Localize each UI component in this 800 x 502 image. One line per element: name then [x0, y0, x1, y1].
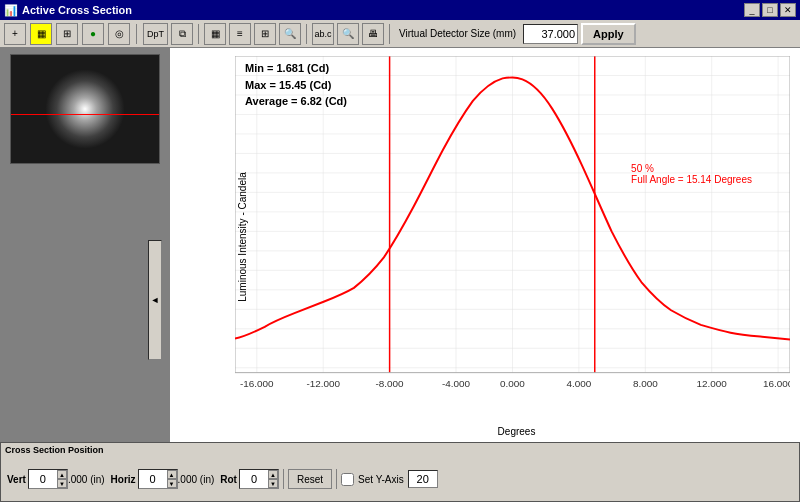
title-bar-controls[interactable]: _ □ ✕	[744, 3, 796, 17]
horiz-unit: .000 (in)	[178, 474, 215, 485]
rot-down-arrow[interactable]: ▼	[268, 479, 278, 488]
vert-value-input[interactable]	[29, 473, 57, 485]
svg-text:12.000: 12.000	[697, 378, 728, 389]
set-y-axis-area[interactable]: Set Y-Axis	[341, 470, 438, 488]
separator4	[389, 24, 390, 44]
title-bar-left: 📊 Active Cross Section	[4, 4, 132, 17]
bottom-panel: Cross Section Position Vert ▲ ▼ .000 (in…	[0, 442, 800, 502]
zoom2-button[interactable]: 🔍	[337, 23, 359, 45]
set-y-axis-label: Set Y-Axis	[358, 474, 404, 485]
minimize-button[interactable]: _	[744, 3, 760, 17]
scroll-area: ◄	[6, 164, 164, 436]
svg-text:8.000: 8.000	[633, 378, 658, 389]
separator2	[198, 24, 199, 44]
bottom-sep1	[283, 469, 284, 489]
svg-text:4.000: 4.000	[567, 378, 592, 389]
stat-max: Max = 15.45 (Cd)	[245, 77, 347, 94]
rot-value-input[interactable]	[240, 473, 268, 485]
bottom-inner: Vert ▲ ▼ .000 (in) Horiz ▲ ▼ .000 (in) R…	[1, 443, 799, 501]
print-button[interactable]: 🖶	[362, 23, 384, 45]
close-button[interactable]: ✕	[780, 3, 796, 17]
rot-arrows[interactable]: ▲ ▼	[268, 470, 278, 488]
toolbar1: + ▦ ⊞ ● ◎ DpT ⧉ ▦ ≡ ⊞ 🔍 ab.c 🔍 🖶 Virtual…	[0, 20, 800, 48]
abc-button[interactable]: ab.c	[312, 23, 334, 45]
rot-up-arrow[interactable]: ▲	[268, 470, 278, 479]
horiz-arrows[interactable]: ▲ ▼	[167, 470, 177, 488]
preview-image	[10, 54, 160, 164]
table-button[interactable]: ⊞	[254, 23, 276, 45]
light-glow	[45, 69, 125, 149]
cross-section-line	[11, 114, 159, 115]
svg-text:16.000: 16.000	[763, 378, 790, 389]
set-y-axis-checkbox[interactable]	[341, 473, 354, 486]
bottom-sep2	[336, 469, 337, 489]
svg-text:-16.000: -16.000	[240, 378, 274, 389]
horiz-up-arrow[interactable]: ▲	[167, 470, 177, 479]
svg-text:-12.000: -12.000	[306, 378, 340, 389]
annotation-50-line2: Full Angle = 15.14 Degrees	[631, 174, 752, 185]
horiz-spinner[interactable]: ▲ ▼	[138, 469, 178, 489]
chart-area: Luminous Intensity - Candela Min = 1.681…	[170, 48, 800, 442]
virtual-detector-label: Virtual Detector Size (mm)	[399, 28, 516, 39]
window-title: Active Cross Section	[22, 4, 132, 16]
y-axis-value-input[interactable]	[408, 470, 438, 488]
reset-button[interactable]: Reset	[288, 469, 332, 489]
vert-down-arrow[interactable]: ▼	[57, 479, 67, 488]
rot-spinner[interactable]: ▲ ▼	[239, 469, 279, 489]
vert-up-arrow[interactable]: ▲	[57, 470, 67, 479]
horiz-label: Horiz	[111, 474, 136, 485]
target-button[interactable]: ◎	[108, 23, 130, 45]
horiz-down-arrow[interactable]: ▼	[167, 479, 177, 488]
y-axis-label: Luminous Intensity - Candela	[237, 172, 248, 302]
title-bar: 📊 Active Cross Section _ □ ✕	[0, 0, 800, 20]
vertical-scrollbar[interactable]: ◄	[148, 240, 162, 360]
svg-text:-8.000: -8.000	[376, 378, 405, 389]
app-icon: 📊	[4, 4, 18, 17]
vert-arrows[interactable]: ▲ ▼	[57, 470, 67, 488]
dp-button[interactable]: DpT	[143, 23, 168, 45]
annotation-50: 50 % Full Angle = 15.14 Degrees	[631, 163, 752, 185]
vert-spinner[interactable]: ▲ ▼	[28, 469, 68, 489]
restore-button[interactable]: □	[762, 3, 778, 17]
list-button[interactable]: ≡	[229, 23, 251, 45]
vert-label: Vert	[7, 474, 26, 485]
main-area: ◄ Luminous Intensity - Candela Min = 1.6…	[0, 48, 800, 442]
separator3	[306, 24, 307, 44]
grid-button[interactable]: ⊞	[56, 23, 78, 45]
horiz-value-input[interactable]	[139, 473, 167, 485]
separator1	[136, 24, 137, 44]
add-button[interactable]: +	[4, 23, 26, 45]
display-button[interactable]: ▦	[30, 23, 52, 45]
zoom-button[interactable]: 🔍	[279, 23, 301, 45]
svg-text:-4.000: -4.000	[442, 378, 471, 389]
left-panel: ◄	[0, 48, 170, 442]
rot-label: Rot	[220, 474, 237, 485]
x-axis-label: Degrees	[498, 426, 536, 437]
eye-button[interactable]: ●	[82, 23, 104, 45]
svg-text:0.000: 0.000	[500, 378, 525, 389]
annotation-50-line1: 50 %	[631, 163, 752, 174]
vert-unit: .000 (in)	[68, 474, 105, 485]
chart-stats: Min = 1.681 (Cd) Max = 15.45 (Cd) Averag…	[245, 60, 347, 110]
apply-button[interactable]: Apply	[581, 23, 636, 45]
stat-avg: Average = 6.82 (Cd)	[245, 93, 347, 110]
virtual-detector-input[interactable]	[523, 24, 578, 44]
copy-button[interactable]: ⧉	[171, 23, 193, 45]
stat-min: Min = 1.681 (Cd)	[245, 60, 347, 77]
bar-chart-button[interactable]: ▦	[204, 23, 226, 45]
cross-section-label: Cross Section Position	[5, 445, 104, 455]
